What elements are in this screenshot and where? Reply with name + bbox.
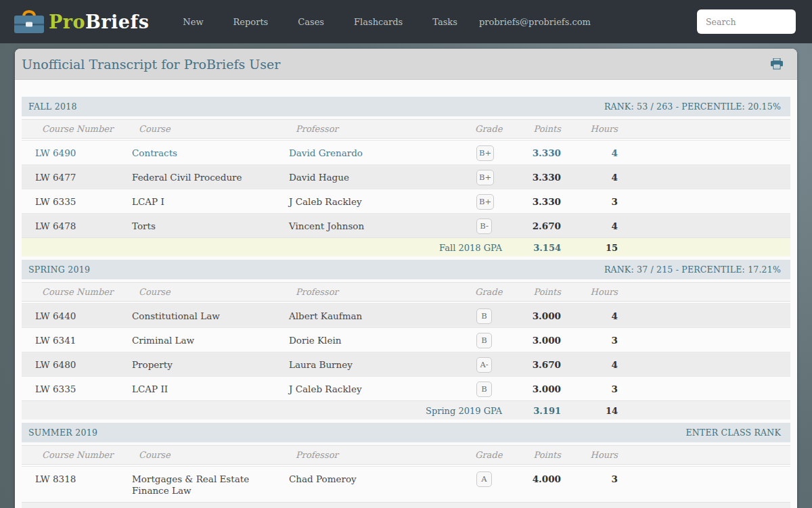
column-header: Course Number — [22, 283, 129, 301]
points-cell: 3.670 — [509, 352, 566, 376]
column-header: Course — [129, 283, 286, 301]
course-row: LW 6480PropertyLaura BurneyA-3.6704 — [22, 352, 790, 376]
grade-cell: A- — [470, 352, 509, 376]
nav-item-tasks[interactable]: Tasks — [418, 10, 472, 34]
professor-link[interactable]: Albert Kaufman — [286, 304, 470, 327]
gpa-label: Spring 2019 GPA — [22, 401, 509, 419]
professor-link[interactable]: Chad Pomeroy — [286, 467, 470, 490]
briefcase-icon — [14, 9, 45, 34]
column-header: Grade — [470, 283, 509, 301]
column-header: Grade — [470, 446, 509, 464]
hours-cell: 3 — [566, 377, 624, 400]
term-label: SUMMER 2019 — [28, 428, 685, 438]
term-band: SPRING 2019RANK: 37 / 215 - PERCENTILE: … — [22, 260, 790, 279]
gpa-summary-row: Summer 2019 GPA4.0003 — [22, 502, 790, 508]
column-header: Course — [129, 120, 286, 138]
gpa-label: Fall 2018 GPA — [22, 238, 509, 256]
probriefs-logo[interactable]: ProBriefs — [14, 9, 149, 34]
professor-link[interactable]: Vincent Johnson — [286, 214, 470, 237]
hours-cell: 4 — [566, 165, 624, 189]
panel-header: Unofficial Transcript for ProBriefs User — [15, 49, 797, 80]
professor-link[interactable]: Dorie Klein — [286, 328, 470, 352]
grade-cell: A — [470, 467, 509, 490]
grade-badge: B+ — [476, 145, 494, 161]
professor-link[interactable]: David Hague — [286, 165, 470, 189]
professor-link[interactable]: J Caleb Rackley — [286, 189, 470, 213]
nav-item-cases[interactable]: Cases — [283, 10, 339, 34]
printer-icon — [770, 58, 784, 70]
hours-cell: 3 — [566, 189, 624, 213]
grade-badge: B — [476, 333, 492, 348]
course-link[interactable]: LCAP II — [129, 377, 286, 400]
professor-link[interactable]: Laura Burney — [286, 352, 470, 376]
points-cell: 3.330 — [509, 165, 566, 189]
points-cell: 3.000 — [509, 377, 566, 400]
course-number-cell: LW 6335 — [22, 377, 129, 400]
grade-cell: B — [470, 304, 509, 327]
gpa-total-hours: 3 — [566, 503, 624, 508]
grade-badge: B — [476, 308, 492, 324]
grade-badge: A- — [476, 357, 492, 373]
term-section: SPRING 2019RANK: 37 / 215 - PERCENTILE: … — [22, 260, 790, 419]
professor-link[interactable]: David Grenardo — [286, 141, 470, 164]
hours-cell: 4 — [566, 141, 624, 164]
course-link[interactable]: Constitutional Law — [129, 304, 286, 327]
gpa-points: 4.000 — [509, 503, 566, 508]
hours-cell: 3 — [566, 328, 624, 352]
points-cell: 3.330 — [509, 189, 566, 213]
course-number-cell: LW 6341 — [22, 328, 129, 352]
column-header: Course — [129, 446, 286, 464]
course-link[interactable]: Criminal Law — [129, 328, 286, 352]
points-cell: 3.330 — [509, 141, 566, 164]
course-number-cell: LW 6478 — [22, 214, 129, 237]
transcript-panel: Unofficial Transcript for ProBriefs User… — [15, 49, 797, 508]
gpa-label: Summer 2019 GPA — [22, 503, 509, 508]
grade-cell: B — [470, 377, 509, 400]
course-row: LW 6335LCAP IJ Caleb RackleyB+3.3303 — [22, 189, 790, 213]
nav-item-flashcards[interactable]: Flashcards — [339, 10, 418, 34]
gpa-points: 3.154 — [509, 238, 566, 256]
account-email-menu[interactable]: probriefs@probriefs.com — [472, 10, 597, 34]
grade-badge: B+ — [476, 170, 494, 185]
course-link[interactable]: Torts — [129, 214, 286, 237]
term-label: FALL 2018 — [28, 101, 604, 112]
gpa-points: 3.191 — [509, 401, 566, 419]
nav-item-new[interactable]: New — [168, 10, 218, 34]
brand-pro: Pro — [49, 11, 85, 32]
course-link[interactable]: Mortgages & Real Estate Finance Law — [129, 467, 286, 502]
grade-cell: B+ — [470, 189, 509, 213]
points-cell: 3.000 — [509, 304, 566, 327]
grade-badge: A — [476, 471, 492, 487]
term-label: SPRING 2019 — [28, 264, 604, 275]
term-band: SUMMER 2019ENTER CLASS RANK — [22, 423, 790, 442]
course-link[interactable]: LCAP I — [129, 189, 286, 213]
column-header-row: Course NumberCourseProfessorGradePointsH… — [22, 445, 790, 465]
course-row: LW 6335LCAP IIJ Caleb RackleyB3.0003 — [22, 376, 790, 400]
print-button[interactable] — [767, 55, 786, 72]
column-header: Course Number — [22, 446, 129, 464]
enter-class-rank-link[interactable]: ENTER CLASS RANK — [685, 428, 781, 438]
course-link[interactable]: Property — [129, 352, 286, 376]
column-header: Hours — [566, 120, 624, 138]
course-link[interactable]: Contracts — [129, 141, 286, 164]
points-cell: 4.000 — [509, 467, 566, 490]
grade-cell: B+ — [470, 141, 509, 164]
grade-badge: B- — [476, 218, 492, 234]
course-number-cell: LW 6440 — [22, 304, 129, 327]
column-header: Points — [509, 283, 566, 301]
course-row: LW 8318Mortgages & Real Estate Finance L… — [22, 466, 790, 502]
column-header: Professor — [286, 283, 470, 301]
rank-percentile-text: RANK: 37 / 215 - PERCENTILE: 17.21% — [604, 264, 781, 275]
course-row: LW 6478TortsVincent JohnsonB-2.6704 — [22, 213, 790, 237]
column-header: Points — [509, 446, 566, 464]
nav-links: New Reports Cases Flashcards Tasks probr… — [168, 10, 597, 34]
gpa-summary-row: Spring 2019 GPA3.19114 — [22, 400, 790, 419]
brand-briefs: Briefs — [85, 11, 149, 32]
page-title: Unofficial Transcript for ProBriefs User — [22, 57, 767, 72]
nav-item-reports[interactable]: Reports — [219, 10, 284, 34]
search-input[interactable] — [697, 9, 796, 34]
course-row: LW 6341Criminal LawDorie KleinB3.0003 — [22, 327, 790, 352]
course-link[interactable]: Federal Civil Procedure — [129, 165, 286, 189]
professor-link[interactable]: J Caleb Rackley — [286, 377, 470, 400]
term-section: FALL 2018RANK: 53 / 263 - PERCENTILE: 20… — [22, 97, 790, 256]
